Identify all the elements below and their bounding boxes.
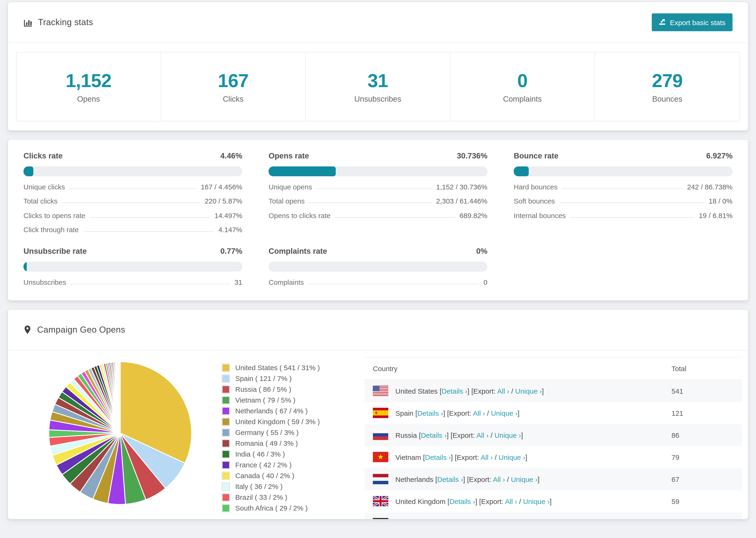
geo-title: Campaign Geo Opens [37, 324, 125, 335]
legend-item: Canada ( 40 / 2% ) [222, 471, 340, 480]
rate-rows: Unique opens1,152 / 30.736%Total opens2,… [269, 183, 487, 219]
export-unique-link[interactable]: Unique › [511, 475, 537, 483]
rate-rows: Complaints0 [269, 278, 487, 286]
details-link[interactable]: Details › [437, 475, 463, 483]
legend-label: Netherlands ( 67 / 4% ) [235, 407, 308, 415]
legend-swatch [222, 482, 230, 491]
country-name: Vietnam [395, 453, 421, 461]
vn-flag-icon [373, 452, 388, 462]
details-link[interactable]: Details › [417, 409, 443, 417]
legend-swatch [222, 460, 230, 469]
export-all-link[interactable]: All › [476, 431, 489, 439]
rate-panel: Clicks rate4.46%Unique clicks167 / 4.456… [24, 151, 242, 234]
bar-chart-icon [24, 18, 32, 27]
export-all-link[interactable]: All › [493, 475, 505, 483]
export-unique-link[interactable]: Unique › [523, 497, 550, 505]
table-row: United States [Details ›] [Export: All ›… [364, 380, 742, 402]
tracking-stats-header: Tracking stats Export basic stats [8, 2, 748, 43]
table-row: United Kingdom [Details ›] [Export: All … [364, 490, 742, 512]
legend-swatch [222, 439, 230, 447]
rate-row-label: Complaints [269, 278, 304, 286]
legend-label: India ( 46 / 3% ) [235, 450, 285, 458]
legend-item: South Africa ( 29 / 2% ) [222, 504, 340, 512]
stat-cell: 0Complaints [450, 52, 595, 121]
legend-swatch [222, 406, 230, 415]
geo-opens-card: Campaign Geo Opens United States ( 541 /… [8, 309, 748, 519]
progress-fill [269, 166, 336, 176]
dotted-leader [71, 284, 230, 284]
legend-swatch [222, 363, 230, 372]
legend-item: Germany ( 55 / 3% ) [222, 428, 340, 437]
rate-panel: Complaints rate0%Complaints0 [269, 247, 487, 286]
export-unique-link[interactable]: Unique › [495, 431, 521, 439]
legend-item: Italy ( 36 / 2% ) [222, 482, 340, 491]
stat-value: 31 [368, 70, 388, 91]
rate-panel-title: Clicks rate [24, 151, 63, 160]
export-all-link[interactable]: All › [473, 409, 485, 417]
rate-rows: Unsubscribes31 [24, 278, 242, 286]
total-cell: 79 [672, 453, 742, 461]
progress-fill [24, 166, 33, 176]
progress-fill [24, 262, 27, 272]
legend-item: United States ( 541 / 31% ) [222, 363, 340, 372]
stat-cell: 1,152Opens [17, 52, 161, 121]
rates-card: Clicks rate4.46%Unique clicks167 / 4.456… [8, 139, 748, 300]
rate-row: Click through rate4.147% [24, 226, 242, 234]
export-button-label: Export basic stats [670, 18, 726, 26]
country-cell: United Kingdom [Details ›] [Export: All … [395, 497, 672, 505]
details-link[interactable]: Details › [425, 453, 451, 461]
table-row: Germany [Details ›] [Export: All › / Uni… [364, 512, 742, 519]
export-unique-link[interactable]: Unique › [491, 409, 517, 417]
stat-label: Opens [77, 94, 100, 103]
rate-panel-head: Opens rate30.736% [269, 151, 487, 160]
legend-item: Romania ( 49 / 3% ) [222, 439, 340, 447]
table-row: Vietnam [Details ›] [Export: All › / Uni… [364, 446, 742, 468]
legend-label: Spain ( 121 / 7% ) [235, 374, 292, 382]
details-link[interactable]: Details › [449, 497, 475, 505]
pie-slice[interactable] [120, 361, 120, 433]
legend-item: United Kingdom ( 59 / 3% ) [222, 417, 340, 426]
dotted-leader [308, 284, 479, 284]
legend-swatch [222, 396, 230, 404]
country-name: Russia [395, 431, 417, 439]
rate-panel-head: Unsubscribe rate0.77% [24, 247, 242, 256]
country-column-header: Country [373, 364, 672, 372]
rate-row-value: 1,152 / 30.736% [436, 183, 487, 190]
legend-swatch [222, 428, 230, 437]
stat-label: Clicks [223, 94, 243, 103]
geo-table: Country Total United States [Details ›] … [364, 357, 742, 519]
dotted-leader [70, 188, 196, 189]
export-all-link[interactable]: All › [505, 497, 517, 505]
country-cell: Netherlands [Details ›] [Export: All › /… [395, 475, 672, 483]
export-all-link[interactable]: All › [481, 453, 493, 461]
export-unique-link[interactable]: Unique › [499, 453, 525, 461]
rate-row-label: Unique opens [269, 183, 312, 190]
rate-rows: Unique clicks167 / 4.456%Total clicks220… [24, 183, 242, 234]
rate-row: Unsubscribes31 [24, 278, 242, 286]
export-all-link[interactable]: All › [497, 387, 510, 395]
rate-row: Unique clicks167 / 4.456% [24, 183, 242, 190]
legend-label: Germany ( 55 / 3% ) [235, 428, 298, 436]
rate-row-value: 19 / 6.81% [699, 211, 732, 219]
details-link[interactable]: Details › [442, 387, 467, 395]
country-name: Netherlands [395, 475, 433, 483]
rate-panel: Opens rate30.736%Unique opens1,152 / 30.… [269, 151, 487, 234]
rate-row-value: 689.82% [460, 211, 487, 219]
total-cell: 541 [672, 387, 742, 395]
rate-row-label: Unsubscribes [24, 278, 66, 286]
rate-panel-head: Complaints rate0% [269, 247, 487, 256]
rate-panel-title: Complaints rate [269, 247, 327, 256]
rate-panel-title: Unsubscribe rate [24, 247, 87, 256]
legend-label: United Kingdom ( 59 / 3% ) [235, 418, 320, 426]
rate-row-label: Total opens [269, 197, 304, 205]
export-unique-link[interactable]: Unique › [515, 387, 542, 395]
export-basic-stats-button[interactable]: Export basic stats [652, 13, 732, 31]
rate-row-value: 242 / 86.738% [687, 183, 733, 190]
pie-legend: United States ( 541 / 31% )Spain ( 121 /… [222, 363, 340, 514]
stat-cell: 31Unsubscribes [306, 52, 450, 121]
dotted-leader [570, 217, 694, 217]
table-row: Spain [Details ›] [Export: All › / Uniqu… [364, 402, 742, 424]
legend-label: Brazil ( 33 / 2% ) [235, 493, 287, 501]
details-link[interactable]: Details › [421, 431, 447, 439]
dotted-leader [309, 202, 431, 203]
